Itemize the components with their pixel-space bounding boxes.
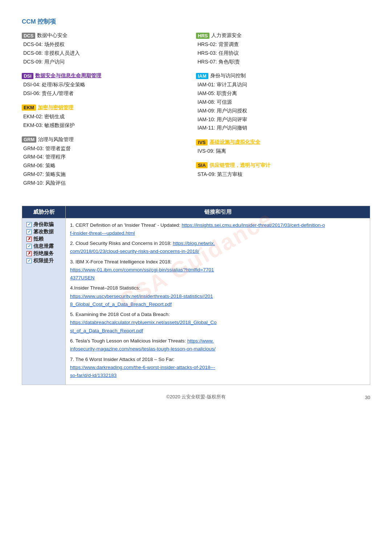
ref-6: 6. Tesla's Tough Lesson on Malicious Ins… <box>70 337 366 353</box>
threat-identity: ✓ 身份欺骗 <box>26 221 61 228</box>
sta-label: 供应链管理，透明与可审计 <box>209 162 270 169</box>
threat-disclosure: ✓ 信息泄露 <box>26 243 61 250</box>
dcs-item-2: DCS-08: 非授权人员进入 <box>23 49 189 58</box>
ekm-item-1: EKM-02: 密钥生成 <box>23 112 189 121</box>
ref-5-text: 5. Examining the 2018 Cost of a Data Bre… <box>70 312 170 317</box>
control-group-sta: SIA 供应链管理，透明与可审计 STA-09: 第三方审核 <box>196 162 363 179</box>
ref-7-link[interactable]: https://www.darkreading.com/the-6-worst-… <box>70 365 215 378</box>
threat-label-dos: 拒绝服务 <box>33 250 54 257</box>
grm-item-5: GRM-10: 风险评估 <box>23 179 189 188</box>
threat-tamper: ✓ 篡改数据 <box>26 229 61 235</box>
threat-label-repudiation: 抵赖 <box>33 236 44 242</box>
iam-item-3: IAM-08: 可信源 <box>197 98 363 107</box>
ref-1-text: 1. CERT Definition of an 'Insider Threat… <box>70 222 182 228</box>
col1-header: 威胁分析 <box>22 206 66 218</box>
hrs-item-3: HRS-07: 角色/职责 <box>197 58 363 66</box>
ccm-right-col: HRS 人力资源安全 HRS-02: 背景调查 HRS-03: 任用协议 HRS… <box>196 32 370 194</box>
iam-item-1: IAM-01: 审计工具访问 <box>197 81 363 89</box>
ref-3-text: 3. IBM X-Force Threat Intelligence Index… <box>70 259 172 264</box>
ccm-section: CCM 控制项 DCS 数据中心安全 DCS-04: 场外授权 DCS-08: … <box>22 17 370 400</box>
col2-header: 链接和引用 <box>66 206 370 218</box>
threat-label-identity: 身份欺骗 <box>33 221 54 228</box>
ivs-header: IVS 基础设施与虚拟化安全 <box>196 139 363 145</box>
dcs-item-3: DCS-09: 用户访问 <box>23 58 189 66</box>
control-group-ivs: IVS 基础设施与虚拟化安全 IVS-09: 隔离 <box>196 139 363 156</box>
checkbox-dos: ✗ <box>26 251 32 256</box>
ref-3-link[interactable]: https://www-01.ibm.com/common/ssi/cgi-bi… <box>70 267 214 280</box>
grm-item-3: GRM-06: 策略 <box>23 161 189 170</box>
iam-item-2: IAM-05: 职责分离 <box>197 89 363 98</box>
dcs-header: DCS 数据中心安全 <box>22 32 189 39</box>
checkbox-disclosure: ✓ <box>26 244 32 249</box>
threat-elevation: ✓ 权限提升 <box>26 258 61 264</box>
badge-dcs: DCS <box>22 33 35 39</box>
control-group-grm: GRM 治理与风险管理 GRM-03: 管理者监督 GRM-04: 管理程序 G… <box>22 136 189 188</box>
control-group-dsi: DSI 数据安全与信息生命周期管理 DSI-04: 处理/标示/安全策略 DSI… <box>22 73 189 98</box>
iam-item-6: IAM-11: 用户访问撤销 <box>197 124 363 132</box>
badge-ekm: EKM <box>22 104 36 111</box>
dsi-item-1: DSI-04: 处理/标示/安全策略 <box>23 81 189 89</box>
badge-dsi: DSI <box>22 73 33 79</box>
ref-2-text: 2. Cloud Security Risks and Concerns in … <box>70 241 173 246</box>
checkbox-repudiation: ✗ <box>26 237 32 242</box>
ref-7-text: 7. The 6 Worst Insider Attacks of 2018 –… <box>70 357 175 362</box>
ref-6-text: 6. Tesla's Tough Lesson on Malicious Ins… <box>70 338 187 344</box>
ekm-header: EKM 加密与密钥管理 <box>22 104 189 111</box>
sta-header: SIA 供应链管理，透明与可审计 <box>196 162 363 169</box>
checkbox-identity: ✓ <box>26 222 32 227</box>
control-group-hrs: HRS 人力资源安全 HRS-02: 背景调查 HRS-03: 任用协议 HRS… <box>196 32 363 66</box>
control-group-dcs: DCS 数据中心安全 DCS-04: 场外授权 DCS-08: 非授权人员进入 … <box>22 32 189 66</box>
sta-item-1: STA-09: 第三方审核 <box>197 170 363 179</box>
badge-grm: GRM <box>22 136 36 143</box>
ref-4-link[interactable]: https://www.uscybersecurity.net/insidert… <box>70 294 213 307</box>
iam-label: 身份与访问控制 <box>210 73 246 79</box>
dsi-item-2: DSI-06: 责任人/管理者 <box>23 89 189 98</box>
threat-repudiation: ✗ 抵赖 <box>26 236 61 242</box>
threat-label-disclosure: 信息泄露 <box>33 243 54 250</box>
page-number: 30 <box>365 395 370 400</box>
control-group-iam: IAM 身份与访问控制 IAM-01: 审计工具访问 IAM-05: 职责分离 … <box>196 73 363 132</box>
references-cell: 1. CERT Definition of an 'Insider Threat… <box>66 218 370 385</box>
dsi-header: DSI 数据安全与信息生命周期管理 <box>22 73 189 79</box>
ivs-item-1: IVS-09: 隔离 <box>197 147 363 156</box>
iam-header: IAM 身份与访问控制 <box>196 73 363 79</box>
threat-dos: ✗ 拒绝服务 <box>26 250 61 257</box>
badge-iam: IAM <box>196 73 208 79</box>
footer: ©2020 云安全联盟-版权所有 30 <box>22 394 370 400</box>
ref-1: 1. CERT Definition of an 'Insider Threat… <box>70 221 366 238</box>
badge-hrs: HRS <box>196 33 209 39</box>
ref-3: 3. IBM X-Force Threat Intelligence Index… <box>70 258 366 282</box>
ref-4: 4.Insider Threat–2018 Statistics: https:… <box>70 284 366 308</box>
references-table: 威胁分析 链接和引用 ✓ 身份欺骗 ✓ 篡改数据 ✗ 抵赖 <box>22 206 370 385</box>
ref-2: 2. Cloud Security Risks and Concerns in … <box>70 239 366 256</box>
dcs-label: 数据中心安全 <box>37 32 68 39</box>
dcs-item-1: DCS-04: 场外授权 <box>23 40 189 49</box>
grm-item-4: GRM-07: 策略实施 <box>23 170 189 179</box>
ref-5-link[interactable]: https://databreachcalculator.mybluemix.n… <box>70 320 217 333</box>
iam-item-4: IAM-09: 用户访问授权 <box>197 107 363 115</box>
footer-text: ©2020 云安全联盟-版权所有 <box>166 394 225 399</box>
dsi-label: 数据安全与信息生命周期管理 <box>35 73 101 79</box>
checkbox-elevation: ✓ <box>26 258 32 263</box>
ekm-label: 加密与密钥管理 <box>38 104 73 111</box>
ref-4-text: 4.Insider Threat–2018 Statistics: <box>70 285 140 291</box>
ccm-title: CCM 控制项 <box>22 17 370 26</box>
ivs-label: 基础设施与虚拟化安全 <box>209 139 260 145</box>
ccm-left-col: DCS 数据中心安全 DCS-04: 场外授权 DCS-08: 非授权人员进入 … <box>22 32 196 194</box>
ref-7: 7. The 6 Worst Insider Attacks of 2018 –… <box>70 356 366 380</box>
checkbox-tamper: ✓ <box>26 229 32 234</box>
table-main-row: ✓ 身份欺骗 ✓ 篡改数据 ✗ 抵赖 ✓ 信息泄露 <box>22 218 370 385</box>
threat-label-tamper: 篡改数据 <box>33 229 54 235</box>
hrs-item-2: HRS-03: 任用协议 <box>197 49 363 58</box>
ref-5: 5. Examining the 2018 Cost of a Data Bre… <box>70 311 366 335</box>
iam-item-5: IAM-10: 用户访问评审 <box>197 115 363 124</box>
threat-list-cell: ✓ 身份欺骗 ✓ 篡改数据 ✗ 抵赖 ✓ 信息泄露 <box>22 218 66 385</box>
hrs-item-1: HRS-02: 背景调查 <box>197 40 363 49</box>
grm-header: GRM 治理与风险管理 <box>22 136 189 143</box>
threat-label-elevation: 权限提升 <box>33 258 54 264</box>
badge-ivs: IVS <box>196 139 208 145</box>
ekm-item-2: EKM-03: 敏感数据保护 <box>23 121 189 130</box>
hrs-header: HRS 人力资源安全 <box>196 32 363 39</box>
grm-item-1: GRM-03: 管理者监督 <box>23 144 189 153</box>
hrs-label: 人力资源安全 <box>211 32 242 39</box>
